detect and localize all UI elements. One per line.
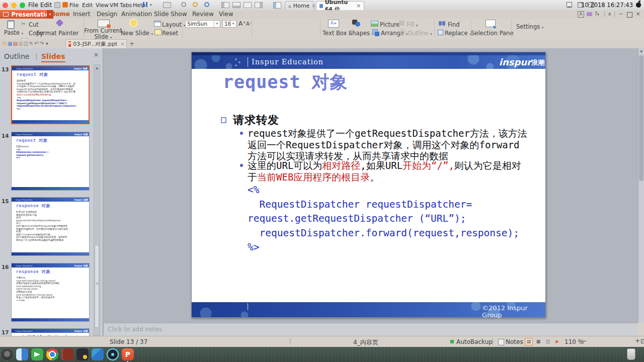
scroll-up-icon[interactable]: ▲: [94, 65, 100, 70]
new-document-tab-button[interactable]: +: [129, 40, 134, 47]
sidebar-scrollbar[interactable]: ▲: [94, 64, 100, 336]
font-name-combo[interactable]: SimSun▾: [185, 20, 220, 28]
pause-vm-icon[interactable]: [143, 2, 144, 7]
new-slide-button[interactable]: New Slide ▾: [121, 30, 153, 37]
save-icon[interactable]: ▦: [8, 41, 13, 47]
current-slide[interactable]: Inspur Education inspur 浪潮 request 对象 请求…: [191, 52, 546, 318]
wallet-icon[interactable]: [76, 348, 89, 360]
format-painter-button[interactable]: Format Painter: [36, 30, 78, 37]
selection-pane-icon[interactable]: [486, 20, 496, 27]
vm-menu-tabs[interactable]: Tabs: [120, 2, 132, 9]
notes-toggle-button[interactable]: Notes ▾: [506, 338, 527, 345]
host-menus[interactable]: File Edit: [28, 2, 52, 9]
snapshot-revert-icon[interactable]: [193, 2, 198, 7]
apple-menu-icon[interactable]: [636, 3, 641, 8]
close-tab-icon[interactable]: ×: [311, 3, 315, 9]
vm-tab-ubuntu[interactable]: Ubuntu 64 位 ×: [316, 1, 364, 10]
text-box-icon[interactable]: A≡: [328, 20, 339, 28]
canvas-scrollbar[interactable]: ▲: [638, 48, 644, 323]
reset-button[interactable]: Reset: [162, 30, 178, 37]
tab-design[interactable]: Design: [97, 11, 117, 18]
vm-menu-vm[interactable]: VM: [110, 2, 118, 9]
cut-button[interactable]: Cut: [29, 21, 39, 28]
slide-thumbnail-17[interactable]: Inspur Educationinspur 浪潮out 对象(JspWrite…: [11, 328, 90, 336]
grow-font-button[interactable]: A⁺: [238, 20, 246, 27]
wps-docs-icon[interactable]: [31, 348, 43, 360]
snapshot-manage-icon[interactable]: [204, 2, 209, 7]
undo-icon[interactable]: ↶: [34, 41, 39, 47]
vm-menu-edit[interactable]: Edit: [82, 2, 93, 9]
layout-icon[interactable]: [154, 21, 161, 27]
vm-tab-home[interactable]: ⌂ Home ×: [285, 1, 314, 10]
window-minimize-icon[interactable]: ▁: [567, 2, 572, 8]
slide-sorter-view-button[interactable]: ▦: [534, 338, 542, 345]
finder-icon[interactable]: [16, 348, 28, 360]
from-current-slide-icon[interactable]: [98, 20, 110, 27]
find-button[interactable]: Find: [448, 21, 460, 28]
traffic-minimize-icon[interactable]: [11, 3, 17, 8]
trash-icon[interactable]: [627, 348, 635, 360]
slide-thumbnail-13[interactable]: Inspur Educationinspur 浪潮request 对象请求转发r…: [11, 65, 90, 124]
account-icon[interactable]: A: [578, 11, 584, 18]
tab-outline[interactable]: Outline: [4, 52, 30, 60]
redo-icon[interactable]: ↷: [39, 41, 45, 47]
help-icon[interactable]: ?▾: [595, 11, 599, 17]
tab-slides[interactable]: Slides: [41, 52, 65, 62]
vscode-icon[interactable]: [92, 348, 104, 360]
paste-icon[interactable]: [7, 20, 15, 29]
code-block[interactable]: <% RequestDispatcher requestDispatcher=r…: [248, 183, 529, 255]
slide-thumbnail-14[interactable]: Inspur Educationinspur 浪潮request 对象获得ses…: [11, 132, 90, 191]
scrollbar-thumb[interactable]: [639, 55, 643, 181]
picture-button[interactable]: Picture: [380, 21, 400, 28]
print-preview-icon[interactable]: ◫: [23, 41, 29, 47]
chrome-icon[interactable]: [46, 348, 58, 360]
close-tab-icon[interactable]: ×: [357, 3, 361, 9]
close-panel-icon[interactable]: ×: [94, 51, 99, 58]
unity-icon[interactable]: [255, 2, 263, 8]
format-brush-icon[interactable]: ✎: [29, 41, 34, 47]
books-icon[interactable]: [61, 348, 73, 360]
presentation-app-button[interactable]: Presentation ▾: [0, 10, 53, 19]
pin-icon[interactable]: [54, 2, 60, 8]
snapshot-camera-icon[interactable]: [163, 2, 171, 8]
launchpad-icon[interactable]: [1, 348, 13, 360]
tab-view[interactable]: View: [219, 11, 233, 18]
font-size-combo[interactable]: 18▾: [222, 20, 236, 28]
cut-icon[interactable]: ✂: [21, 21, 26, 27]
arrange-icon[interactable]: [372, 29, 378, 35]
snapshot-take-icon[interactable]: [181, 2, 186, 7]
more-dropdown-icon[interactable]: ▾: [44, 41, 50, 47]
tab-home[interactable]: Home: [50, 11, 70, 18]
normal-view-button[interactable]: ▤: [525, 338, 533, 345]
zoom-in-button[interactable]: +: [635, 337, 640, 344]
export-pdf-icon[interactable]: ▤: [13, 41, 18, 47]
slide-heading[interactable]: 请求转发: [233, 113, 279, 128]
collapse-ribbon-icon[interactable]: ∧: [608, 11, 611, 17]
tab-review[interactable]: Review: [192, 11, 214, 18]
traffic-close-icon[interactable]: [3, 3, 8, 8]
slide-thumbnail-15[interactable]: Inspur Educationinspur 浪潮response 对象处理 J…: [11, 197, 90, 256]
tab-insert[interactable]: Insert: [73, 11, 90, 18]
document-tab[interactable]: P 03-JSP...对象.ppt ×: [65, 39, 127, 48]
atom-icon[interactable]: [107, 348, 119, 360]
text-box-button[interactable]: Text Box ▾: [323, 30, 350, 37]
tab-animation[interactable]: Animation: [121, 11, 152, 18]
shapes-button[interactable]: Shapes ▾: [349, 30, 373, 37]
picture-icon[interactable]: [371, 21, 378, 27]
find-icon[interactable]: [439, 21, 442, 26]
close-icon[interactable]: ×: [636, 11, 640, 17]
settings-button[interactable]: Settings ▾: [516, 23, 543, 30]
restore-icon[interactable]: [627, 12, 632, 18]
pause-dropdown-icon[interactable]: ▾: [150, 3, 152, 7]
paste-button[interactable]: Paste ▾: [4, 29, 23, 36]
slide-thumbnail-16[interactable]: Inspur Educationinspur 浪潮response 对象常用方法…: [11, 263, 90, 322]
slide-title[interactable]: request 对象: [223, 70, 348, 94]
reading-view-button[interactable]: ◫: [544, 338, 552, 345]
open-file-icon[interactable]: 🗀: [2, 41, 8, 47]
minimize-icon[interactable]: −: [619, 11, 623, 17]
print-icon[interactable]: ⎙: [18, 41, 24, 47]
autobackup-label[interactable]: AutoBackup: [456, 338, 493, 345]
traffic-zoom-icon[interactable]: [20, 3, 25, 8]
scroll-up-icon[interactable]: ▲: [638, 49, 644, 52]
new-slide-icon[interactable]: [130, 20, 137, 26]
